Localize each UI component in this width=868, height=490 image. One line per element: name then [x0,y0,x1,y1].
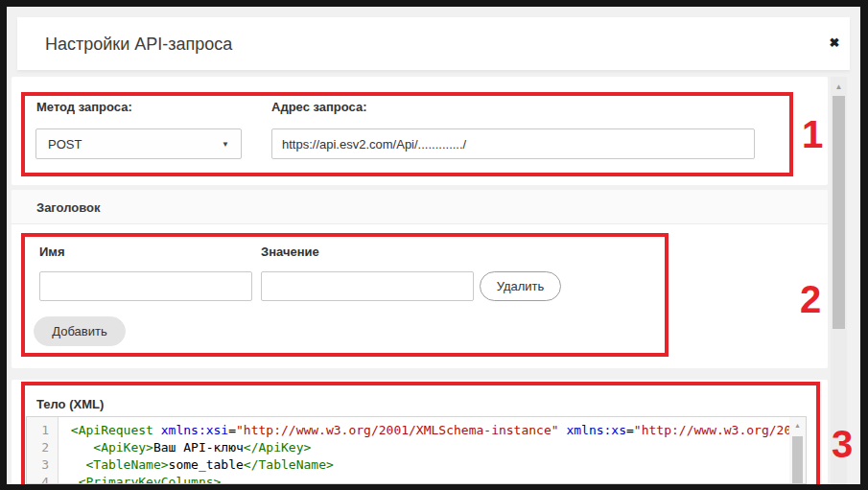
modal-background: Настройки API-запроса ✖ ▲ Метод запроса:… [7,7,860,484]
annotation-box-3 [21,382,820,484]
annotation-number-2: 2 [800,280,821,318]
annotation-box-2 [21,233,669,357]
annotation-number-3: 3 [832,425,853,463]
annotation-number-1: 1 [802,115,823,153]
close-icon[interactable]: ✖ [821,30,848,57]
header-section-title: Заголовок [36,200,101,215]
modal-title-bar: Настройки API-запроса ✖ [17,17,850,70]
header-panel-titlebar [12,190,828,224]
modal-title: Настройки API-запроса [45,17,232,70]
annotation-box-1 [21,92,793,176]
modal-scrollbar-thumb[interactable] [833,96,845,329]
scroll-up-icon[interactable]: ▲ [831,80,847,95]
